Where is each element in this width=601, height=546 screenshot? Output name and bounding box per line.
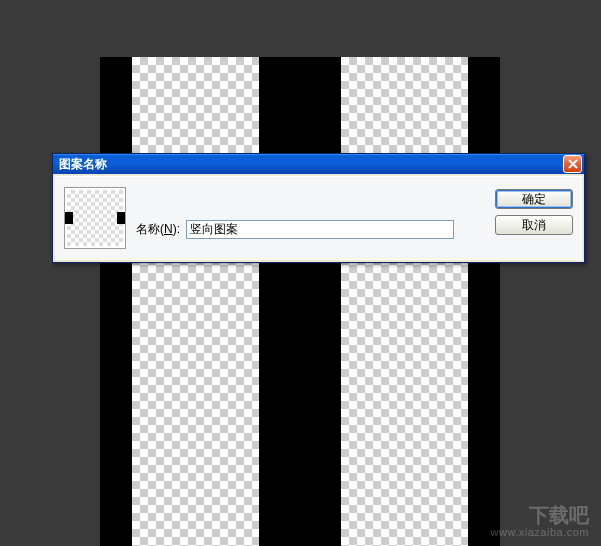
cancel-button[interactable]: 取消: [495, 215, 573, 235]
name-label: 名称(N):: [136, 221, 180, 238]
dialog-title: 图案名称: [59, 156, 563, 173]
dialog-titlebar[interactable]: 图案名称: [53, 154, 584, 174]
pattern-preview: [64, 187, 126, 249]
pattern-preview-thumb: [67, 190, 123, 246]
dialog-body: 名称(N): 竖向图案 确定 取消: [55, 176, 582, 260]
pattern-name-dialog: 图案名称 名称(N): 竖向图案 确定 取消: [52, 153, 585, 263]
transparent-region-left: [132, 57, 259, 546]
watermark-main: 下载吧: [491, 504, 589, 526]
name-input-value: 竖向图案: [190, 221, 238, 238]
close-button[interactable]: [563, 155, 582, 173]
name-row: 名称(N): 竖向图案: [136, 209, 454, 249]
transparent-region-right: [341, 57, 468, 546]
close-icon: [568, 159, 578, 169]
document-canvas: [100, 57, 500, 546]
name-input[interactable]: 竖向图案: [186, 220, 454, 239]
watermark: 下载吧 www.xiazaiba.com: [491, 504, 589, 538]
watermark-sub: www.xiazaiba.com: [491, 526, 589, 538]
ok-button[interactable]: 确定: [495, 189, 573, 209]
dialog-buttons: 确定 取消: [495, 187, 573, 249]
